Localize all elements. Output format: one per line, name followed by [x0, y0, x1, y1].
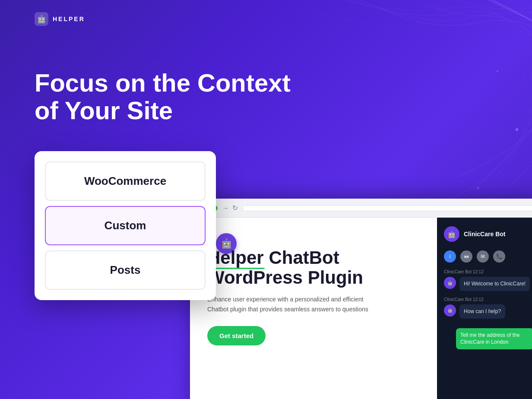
browser-address-bar[interactable] — [242, 205, 532, 211]
panel-item-custom-label: Custom — [104, 219, 146, 232]
browser-nav: → ↻ — [222, 204, 238, 212]
browser-mockup: → ↻ 🤖 Helper ChatBot WordPress Plugin — [190, 199, 532, 399]
action-icon-info[interactable]: i — [444, 250, 456, 263]
chat-bot-header: 🤖 ClinicCare Bot — [444, 226, 532, 242]
logo-text: HELPER — [53, 16, 85, 22]
selection-panel: WooCommerce Custom Posts — [35, 151, 216, 300]
chat-bot-avatar: 🤖 — [444, 226, 459, 242]
plugin-hero: Helper ChatBot WordPress Plugin Enhance … — [207, 248, 420, 345]
chat-bubble-2: How can I help? — [459, 304, 505, 319]
chat-sidebar: 🤖 ClinicCare Bot i ⏮ ✉ 📞 — [437, 218, 532, 399]
browser-toolbar: → ↻ — [190, 199, 532, 218]
panel-item-custom[interactable]: Custom — [45, 206, 206, 245]
plugin-subtext: Enhance user experience with a personali… — [207, 294, 380, 314]
chat-bot-name: ClinicCare Bot — [464, 231, 505, 238]
chat-message-2: 🤖 How can I help? — [444, 304, 532, 319]
header: 🤖 HELPER — [0, 0, 532, 38]
get-started-button[interactable]: Get started — [207, 326, 266, 345]
panel-item-posts[interactable]: Posts — [45, 250, 206, 290]
browser-forward-btn[interactable]: → — [222, 204, 229, 212]
hero-section: Focus on the Context of Your Site — [35, 69, 291, 124]
chat-user-bubble: Tell me the address of the ClinicCare in… — [456, 328, 532, 350]
action-icon-rewind[interactable]: ⏮ — [460, 250, 472, 263]
chat-sender-label-2: ClinicCare Bot 12:12 — [444, 297, 532, 302]
logo: 🤖 HELPER — [35, 12, 85, 26]
browser-content: 🤖 Helper ChatBot WordPress Plugin Enhanc… — [190, 218, 532, 399]
svg-point-4 — [497, 70, 498, 72]
chat-bubble-1: Hi! Welcome to ClinicCare! — [459, 277, 530, 291]
chat-action-icons: i ⏮ ✉ 📞 — [444, 250, 532, 263]
bot-avatar-2: 🤖 — [444, 304, 456, 317]
svg-point-2 — [477, 187, 479, 189]
action-icon-email[interactable]: ✉ — [477, 250, 489, 263]
logo-icon: 🤖 — [35, 12, 48, 26]
browser-main: 🤖 Helper ChatBot WordPress Plugin Enhanc… — [190, 218, 437, 399]
chat-message-1: 🤖 Hi! Welcome to ClinicCare! — [444, 277, 532, 291]
svg-point-0 — [516, 128, 519, 131]
hero-title: Focus on the Context of Your Site — [35, 69, 291, 124]
plugin-heading: Helper ChatBot WordPress Plugin — [207, 248, 420, 288]
chat-user-message-row: Tell me the address of the ClinicCare in… — [444, 328, 532, 350]
browser-refresh-btn[interactable]: ↻ — [232, 204, 238, 212]
action-icon-phone[interactable]: 📞 — [493, 250, 505, 263]
panel-item-woocommerce-label: WooCommerce — [84, 174, 166, 188]
panel-item-posts-label: Posts — [110, 263, 141, 277]
bot-avatar-1: 🤖 — [444, 277, 456, 289]
panel-item-woocommerce[interactable]: WooCommerce — [45, 162, 206, 201]
chat-sender-label-1: ClinicCare Bot 12:12 — [444, 269, 532, 274]
